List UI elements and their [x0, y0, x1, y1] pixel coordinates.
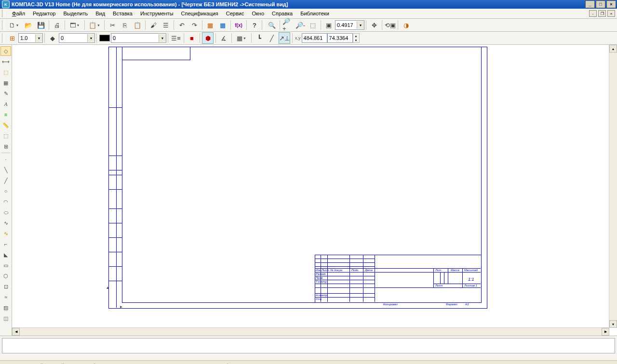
- geometry-button[interactable]: ◇: [0, 46, 11, 56]
- zoom-scale-button[interactable]: 🔍: [266, 19, 278, 31]
- close-button[interactable]: ×: [606, 0, 616, 8]
- coord-stepper[interactable]: ▲ ▼: [353, 33, 360, 43]
- arc-icon[interactable]: ◠: [0, 197, 11, 207]
- measure-button[interactable]: 📏: [0, 120, 11, 130]
- local-cs-button[interactable]: ↗⊥: [279, 32, 290, 44]
- menu-service[interactable]: Сервис: [222, 10, 248, 17]
- maximize-button[interactable]: □: [596, 0, 605, 8]
- erase-icon[interactable]: ◫: [0, 313, 11, 323]
- title-block: [315, 255, 482, 303]
- style-picker-button[interactable]: ◆: [47, 32, 58, 44]
- equidist-icon[interactable]: ≈: [0, 292, 11, 302]
- compact-panel: ◇ ⟷ ⬚ ▦ ✎ A ≡ 📏 ⬚ ⊞ · ╲ ╱ ○ ◠ ⬭ ∿ ∿ ⌐ ◣ …: [0, 45, 12, 336]
- zoom-window-button[interactable]: ⬚: [307, 19, 319, 31]
- cut-button[interactable]: ✂: [107, 19, 118, 31]
- mdi-minimize-button[interactable]: -: [589, 10, 597, 17]
- zoom-fit-button[interactable]: ▣: [323, 19, 335, 31]
- horizontal-scrollbar[interactable]: ◀ ▶: [12, 327, 609, 336]
- pan-button[interactable]: ✥: [368, 19, 380, 31]
- format-painter-button[interactable]: 🖌: [148, 19, 159, 31]
- line-icon[interactable]: ╲: [0, 165, 11, 175]
- redo-button[interactable]: ↷: [188, 19, 200, 31]
- format-label: Формат: [446, 303, 457, 306]
- frame-line: [108, 107, 122, 108]
- axline-icon[interactable]: ╱: [0, 176, 11, 185]
- linestyle-combo[interactable]: 0▼: [59, 33, 95, 43]
- notation-button[interactable]: ⬚: [0, 67, 11, 77]
- menu-select[interactable]: Выделить: [59, 10, 92, 17]
- coord-mode-button[interactable]: ⊞: [6, 32, 18, 44]
- hatch-button[interactable]: ▦: [0, 78, 11, 88]
- param-button[interactable]: ≡: [0, 110, 11, 119]
- hatch2-icon[interactable]: ▨: [0, 303, 11, 312]
- refresh-button[interactable]: ◑: [400, 19, 412, 31]
- help-button[interactable]: ?: [249, 19, 260, 31]
- vertical-scrollbar[interactable]: ▲ ▼: [609, 45, 617, 328]
- ellipse-icon[interactable]: ⬭: [0, 208, 11, 217]
- minimize-button[interactable]: _: [585, 0, 595, 8]
- zoom-combo[interactable]: 0.4917▼: [335, 20, 364, 30]
- mdi-restore-button[interactable]: ❐: [598, 10, 606, 17]
- frame-line: [315, 266, 375, 267]
- save-button[interactable]: 💾: [35, 19, 47, 31]
- frame-line: [315, 287, 481, 288]
- frame-line: [108, 156, 122, 156]
- layer-color-button[interactable]: [99, 32, 110, 44]
- snap-button[interactable]: ⬢: [202, 32, 214, 44]
- menu-spec[interactable]: Спецификация: [177, 10, 222, 17]
- round-button[interactable]: ╱: [266, 32, 278, 44]
- frame-line: [315, 259, 375, 259]
- spline-icon[interactable]: ∿: [0, 218, 11, 228]
- zoom-out-button[interactable]: 🔎-: [295, 19, 306, 31]
- menu-tools[interactable]: Инструменты: [136, 10, 177, 17]
- ortho-button[interactable]: ┗: [254, 32, 265, 44]
- menu-libs[interactable]: Библиотеки: [296, 10, 333, 17]
- stop-button[interactable]: ■: [186, 32, 198, 44]
- bezier-icon[interactable]: ∿: [0, 229, 11, 238]
- scheme-button[interactable]: 📋▼: [87, 19, 102, 31]
- coord-x-field[interactable]: 484.861: [302, 33, 327, 43]
- new-button[interactable]: 🗋▼: [6, 19, 22, 31]
- frame-line: [462, 268, 463, 287]
- angle-button[interactable]: ∡: [218, 32, 229, 44]
- variables-button[interactable]: f(x): [233, 19, 244, 31]
- print-button[interactable]: 🖨: [51, 19, 63, 31]
- command-input[interactable]: [2, 338, 615, 353]
- contour-icon[interactable]: ⊡: [0, 282, 11, 291]
- grid-button[interactable]: ▦▼: [234, 32, 249, 44]
- coord-y-field[interactable]: 74.3364: [327, 33, 353, 43]
- zoom-in-button[interactable]: 🔎+: [282, 19, 294, 31]
- origin-y-icon: ▴: [107, 285, 109, 290]
- fillet-icon[interactable]: ⌐: [0, 239, 11, 249]
- manager-button[interactable]: ▦: [217, 19, 228, 31]
- menu-window[interactable]: Окно: [248, 10, 268, 17]
- copy-button[interactable]: ⎘: [119, 19, 131, 31]
- mdi-close-button[interactable]: ×: [607, 10, 615, 17]
- point-icon[interactable]: ·: [0, 155, 11, 164]
- open-button[interactable]: 📂: [23, 19, 34, 31]
- surface-button[interactable]: ⬚: [0, 131, 11, 141]
- menu-edit[interactable]: Редактор: [29, 10, 59, 17]
- layer-combo[interactable]: 0▼: [111, 33, 166, 43]
- dimensions-button[interactable]: ⟷: [0, 57, 11, 66]
- paste-button[interactable]: 📋: [132, 19, 143, 31]
- chamfer-icon[interactable]: ◣: [0, 250, 11, 260]
- undo-button[interactable]: ↶: [176, 19, 188, 31]
- edit-button[interactable]: ✎: [0, 89, 11, 98]
- layers-button[interactable]: ☰≡: [170, 32, 182, 44]
- menu-insert[interactable]: Вставка: [109, 10, 136, 17]
- polygon-icon[interactable]: ⬡: [0, 271, 11, 281]
- circle-icon[interactable]: ○: [0, 186, 11, 196]
- menu-view[interactable]: Вид: [92, 10, 109, 17]
- text-button[interactable]: A: [0, 99, 11, 109]
- menu-help[interactable]: Справка: [268, 10, 296, 17]
- preview-button[interactable]: 🗔▼: [67, 19, 82, 31]
- linewidth-combo[interactable]: 1.0▼: [18, 33, 43, 43]
- drawing-canvas[interactable]: Лит. Масса Масштаб 1:1 Лист Листов 1 Изм…: [12, 45, 617, 336]
- zoom-prev-button[interactable]: ⟲▣: [384, 19, 396, 31]
- properties-button[interactable]: ☰: [160, 19, 172, 31]
- library-button[interactable]: ▦: [204, 19, 216, 31]
- rect-icon[interactable]: ▭: [0, 260, 11, 270]
- menu-file[interactable]: Файл: [8, 10, 29, 17]
- assoc-button[interactable]: ⊞: [0, 142, 11, 151]
